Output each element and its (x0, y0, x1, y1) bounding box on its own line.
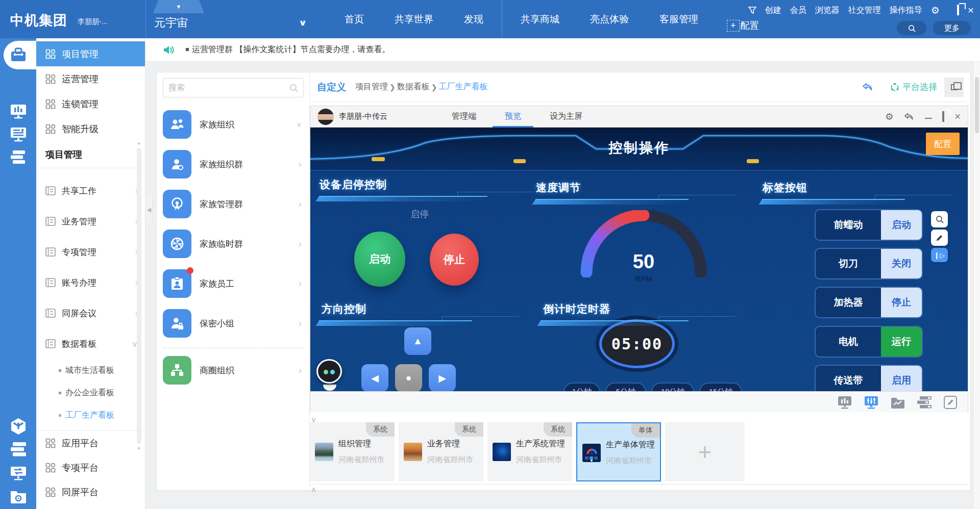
folder-chart-icon[interactable] (890, 396, 905, 409)
direction-left-button[interactable]: ◀ (361, 364, 388, 391)
group-item-family-mgmt-group[interactable]: 家族管理群 › (163, 188, 304, 220)
sidebar-item-data-board[interactable]: 数据看板∨ (36, 328, 145, 359)
custom-label[interactable]: 自定义 (317, 81, 346, 94)
card-production-unit-selected[interactable]: 单体 生产单体管理 河南省郑州市 (576, 422, 661, 481)
countdown-timer[interactable]: 05:00 (599, 319, 675, 368)
gear-icon[interactable]: ⚙ (885, 111, 893, 122)
nav-home[interactable]: 首页 (329, 13, 379, 26)
search-input[interactable] (168, 83, 289, 92)
group-item-family-org[interactable]: 家族组织 ∨ (163, 108, 304, 141)
board-sliders-icon-active[interactable] (864, 395, 879, 410)
dashboard-config-button[interactable]: 配置 (926, 133, 960, 155)
avatar[interactable] (317, 109, 334, 125)
quick-social[interactable]: 社交管理 (848, 5, 881, 16)
timer-preset-15min[interactable]: 15分钟 (699, 383, 742, 391)
tag-state[interactable]: 启用 (881, 366, 922, 391)
sidebar-module-smart-upgrade[interactable]: 智能升级 (36, 116, 145, 141)
notification-text[interactable]: 运营管理群 【操作文案统计】节点需要办理，请查看。 (186, 44, 390, 55)
cards-scroll-up-icon[interactable]: ∨ (311, 415, 316, 424)
run-tool-button[interactable]: ❙▷ (931, 248, 948, 262)
sidebar-module-app-platform[interactable]: 应用平台 (36, 431, 145, 455)
zoom-tool-button[interactable] (931, 211, 948, 227)
quick-member[interactable]: 会员 (790, 5, 806, 16)
scrollbar-thumb[interactable] (975, 77, 979, 133)
more-button[interactable]: 更多 (933, 21, 971, 35)
tag-state[interactable]: 启动 (881, 210, 922, 240)
tag-row-feeder[interactable]: 前蠕动 启动 (815, 209, 923, 241)
sidebar-sub-city-board[interactable]: 城市生活看板 (36, 359, 145, 381)
card-production-system[interactable]: 系统 生产系统管理 河南省郑州市 (487, 422, 572, 481)
direction-right-button[interactable]: ▶ (429, 364, 456, 391)
timer-preset-1min[interactable]: 1分钟 (564, 383, 600, 391)
monitor-doc-icon[interactable] (0, 126, 36, 142)
group-item-business-circle[interactable]: 商圈组织 › (163, 354, 304, 387)
direction-up-button[interactable]: ▲ (404, 327, 431, 355)
tag-row-cutter[interactable]: 切刀 关闭 (815, 248, 923, 279)
sidebar-item-screen-meeting[interactable]: 同屏会议› (36, 298, 145, 328)
filter-icon[interactable] (748, 7, 756, 14)
sidebar-module-project-mgmt[interactable]: 项目管理 (36, 41, 145, 66)
sidebar-module-chain[interactable]: 连锁管理 (36, 91, 145, 116)
server-stack-icon[interactable] (917, 396, 932, 409)
tag-row-motor[interactable]: 电机 运行 (815, 326, 923, 358)
restore-button[interactable] (942, 112, 944, 121)
folder-gear-icon[interactable] (0, 489, 36, 504)
close-button[interactable]: × (968, 4, 974, 16)
direction-stop-button[interactable]: ● (395, 364, 422, 391)
group-item-family-temp-group[interactable]: 家族临时群 › (163, 227, 304, 260)
add-card-button[interactable]: + (665, 422, 745, 481)
sidebar-sub-factory-board[interactable]: 工厂生产看板 (36, 404, 145, 426)
crumb-project-mgmt[interactable]: 项目管理 (355, 82, 388, 92)
sidebar-module-screen-platform[interactable]: 同屏平台 (36, 480, 145, 504)
platform-select[interactable]: 平台选择 (862, 81, 937, 93)
tag-row-heater[interactable]: 加热器 停止 (815, 287, 923, 318)
cube-icon[interactable] (0, 417, 36, 437)
quick-guide[interactable]: 操作指导 (890, 5, 922, 16)
sidebar-scrollbar[interactable] (137, 148, 141, 444)
workspace-chevron-icon[interactable]: ∨ (299, 17, 307, 27)
sidebar-module-operations[interactable]: 运营管理 (36, 66, 145, 91)
sidebar-module-special-platform[interactable]: 专项平台 (36, 455, 145, 480)
start-button[interactable]: 启动 (354, 232, 405, 287)
tab-set-main-screen[interactable]: 设为主屏 (547, 106, 585, 128)
sidebar-collapse-handle[interactable]: ◀ (145, 194, 153, 225)
tag-state[interactable]: 运行 (881, 327, 922, 357)
nav-highlights[interactable]: 亮点体验 (575, 13, 644, 26)
popout-button[interactable] (944, 78, 964, 97)
workspace-tab[interactable]: ▼ (153, 0, 204, 13)
sidebar-item-business-mgmt[interactable]: 业务管理› (36, 206, 145, 237)
tab-preview[interactable]: 预览 (502, 106, 524, 128)
server-list-icon[interactable] (0, 149, 36, 165)
close-button[interactable]: × (954, 111, 961, 122)
sidebar-sub-office-board[interactable]: 办公企业看板 (36, 381, 145, 404)
tag-state[interactable]: 停止 (881, 288, 922, 317)
sidebar-item-special-mgmt[interactable]: 专项管理› (36, 237, 145, 267)
crumb-data-board[interactable]: 数据看板 (397, 82, 430, 92)
sidebar-module-operation-project[interactable]: 运营项目 (36, 504, 145, 509)
workspace-name[interactable]: 元宇宙 (154, 15, 188, 31)
nav-shared-mall[interactable]: 共享商城 (505, 13, 575, 26)
nav-customer-service[interactable]: 客服管理 (644, 13, 714, 26)
stack-icon[interactable] (0, 441, 36, 457)
quick-browser[interactable]: 浏览器 (815, 5, 840, 16)
tab-admin[interactable]: 管理端 (449, 106, 479, 128)
group-item-family-staff[interactable]: 家族员工 › (163, 267, 304, 300)
undo-icon[interactable] (862, 82, 874, 92)
card-business-mgmt[interactable]: 系统 业务管理 河南省郑州市 (399, 422, 483, 481)
gear-icon[interactable]: ⚙ (931, 5, 940, 16)
cards-scroll-down-icon[interactable]: ∧ (311, 485, 316, 494)
group-item-secret-team[interactable]: 保密小组 › (163, 307, 304, 340)
timer-preset-5min[interactable]: 5分钟 (605, 383, 646, 391)
group-search[interactable] (163, 78, 304, 97)
nav-shared-world[interactable]: 共享世界 (379, 13, 449, 26)
restore-button[interactable] (957, 6, 959, 15)
edit-board-icon[interactable] (943, 395, 958, 410)
undo-icon[interactable] (903, 112, 915, 121)
timer-preset-10min[interactable]: 10分钟 (651, 383, 694, 391)
crumb-factory-board[interactable]: 工厂生产看板 (438, 82, 487, 92)
edit-tool-button[interactable] (931, 230, 948, 246)
robot-assistant[interactable] (316, 359, 343, 393)
group-item-family-org-group[interactable]: 家族组织群 › (163, 148, 304, 181)
quick-create[interactable]: 创建 (765, 5, 781, 16)
monitor-chart-icon[interactable] (0, 104, 36, 119)
